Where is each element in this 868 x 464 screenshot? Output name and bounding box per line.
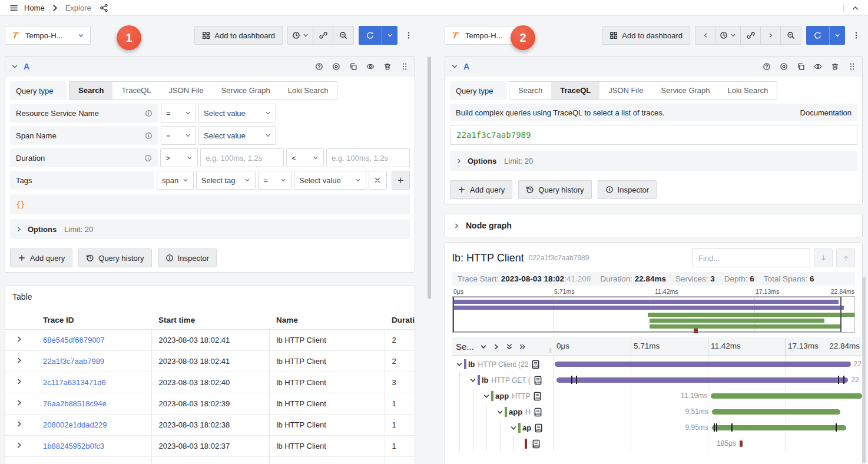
time-shift-back-button[interactable] — [695, 26, 715, 44]
tab-search[interactable]: Search — [509, 82, 551, 100]
duration-input[interactable] — [200, 148, 284, 167]
tab-service-graph[interactable]: Service Graph — [213, 82, 279, 100]
find-next-button[interactable] — [814, 248, 833, 267]
disable-query-icon[interactable] — [332, 62, 340, 71]
select-select-tag[interactable]: Select tag — [196, 171, 256, 190]
zoom-out-button[interactable] — [781, 26, 801, 44]
select-<[interactable]: < — [286, 148, 324, 167]
trace-id-link[interactable]: 68e545df6679007 — [43, 336, 105, 344]
run-query-interval-button[interactable] — [382, 26, 397, 45]
span-row[interactable]: lbHTTP Client (22LOG22 — [452, 356, 862, 372]
span-name-cell[interactable]: LOG — [452, 436, 554, 452]
drag-handle-icon[interactable] — [848, 62, 856, 71]
add-query-button[interactable]: Add query — [10, 248, 72, 267]
log-icon[interactable]: LOG — [534, 407, 542, 417]
trace-id-link[interactable]: 208002e1ddad229 — [43, 420, 107, 429]
hide-response-icon[interactable] — [814, 62, 822, 71]
trace-id-link[interactable]: 2c117a6313471d6 — [43, 378, 106, 387]
span-timeline-cell[interactable]: 9.95ms — [554, 420, 862, 436]
remove-tag-button[interactable] — [369, 171, 387, 190]
span-timeline-cell[interactable]: 185μs — [554, 436, 862, 452]
expand-row-icon[interactable] — [16, 442, 23, 449]
chevron-down-icon[interactable] — [480, 343, 487, 350]
hide-response-icon[interactable] — [366, 62, 375, 71]
span-timeline-cell[interactable]: 22 — [554, 372, 862, 388]
span-expand-icon[interactable] — [510, 425, 517, 432]
share-icon[interactable] — [100, 4, 108, 12]
time-picker-button[interactable] — [288, 26, 313, 44]
run-query-button[interactable] — [806, 26, 830, 45]
options-row[interactable]: Options Limit: 20 — [10, 219, 410, 239]
span-duration-bar[interactable] — [555, 362, 851, 367]
span-row[interactable]: appHLOG9.51ms — [452, 404, 862, 420]
span-expand-icon[interactable] — [469, 377, 476, 384]
run-query-button[interactable] — [359, 26, 382, 45]
minimap-left-handle[interactable] — [453, 297, 454, 332]
span-row[interactable]: apLOG9.95ms — [452, 420, 862, 436]
span-name-cell[interactable]: appHTTPLOG — [452, 388, 554, 404]
log-icon[interactable]: LOG — [533, 392, 542, 401]
span-expand-icon[interactable] — [483, 393, 490, 400]
select-select-value[interactable]: Select value — [198, 126, 276, 145]
tab-loki-search[interactable]: Loki Search — [719, 82, 777, 100]
tab-traceql[interactable]: TraceQL — [551, 82, 599, 100]
documentation-link[interactable]: Documentation — [800, 108, 852, 117]
traceql-query-input[interactable]: 22a1f3c7aab7989 — [450, 125, 857, 145]
query-row-header[interactable]: A — [5, 57, 415, 77]
find-prev-button[interactable] — [836, 248, 855, 267]
inspector-button[interactable]: Inspector — [158, 248, 217, 267]
query-history-button[interactable]: Query history — [78, 248, 151, 267]
tab-traceql[interactable]: TraceQL — [112, 82, 160, 100]
tab-service-graph[interactable]: Service Graph — [652, 82, 718, 100]
trace-id-link[interactable]: 22a1f3c7aab7989 — [43, 357, 104, 366]
drag-handle-icon[interactable] — [400, 62, 409, 71]
select-select-value[interactable]: Select value — [294, 171, 366, 190]
tab-search[interactable]: Search — [69, 82, 112, 100]
query-row-header[interactable]: A — [445, 57, 862, 77]
select-select-value[interactable]: Select value — [198, 104, 276, 122]
expand-all-icon[interactable] — [506, 343, 513, 350]
duplicate-query-icon[interactable] — [349, 62, 357, 71]
expand-row-icon[interactable] — [16, 378, 23, 385]
select-=[interactable]: = — [258, 171, 291, 190]
query-history-button[interactable]: Query history — [518, 180, 591, 199]
more-options-button[interactable] — [850, 26, 863, 45]
remove-query-icon[interactable] — [831, 62, 839, 71]
chevron-up-icon[interactable] — [851, 4, 860, 12]
span-timeline-cell[interactable]: 9.51ms — [554, 404, 862, 420]
time-picker-button[interactable] — [715, 26, 741, 44]
help-icon[interactable] — [315, 62, 323, 71]
select-=[interactable]: = — [161, 104, 196, 122]
span-duration-bar[interactable] — [712, 409, 840, 415]
breadcrumb-home[interactable]: Home — [24, 4, 45, 12]
minimap-selection[interactable] — [453, 297, 842, 332]
span-duration-bar[interactable] — [711, 393, 862, 399]
span-duration-bar[interactable] — [740, 440, 743, 447]
duplicate-query-icon[interactable] — [797, 62, 805, 71]
log-icon[interactable]: LOG — [534, 423, 543, 433]
remove-query-icon[interactable] — [383, 62, 392, 71]
expand-row-icon[interactable] — [16, 399, 23, 406]
span-row[interactable]: lbHTTP GET (LOG22 — [452, 372, 862, 388]
help-icon[interactable] — [763, 62, 771, 71]
tab-json-file[interactable]: JSON File — [160, 82, 212, 100]
span-name-cell[interactable]: lbHTTP GET (LOG — [452, 372, 554, 388]
span-timeline-cell[interactable]: 11.19ms — [554, 388, 862, 404]
collapse-one-icon[interactable] — [493, 343, 500, 350]
span-timeline-cell[interactable]: 22 — [554, 356, 862, 372]
span-duration-bar[interactable] — [556, 377, 849, 383]
zoom-out-button[interactable] — [333, 26, 353, 44]
minimap-canvas[interactable] — [452, 296, 855, 333]
select-=[interactable]: = — [161, 126, 196, 145]
span-name-cell[interactable]: apLOG — [452, 420, 554, 436]
expand-row-icon[interactable] — [16, 420, 23, 427]
select->[interactable]: > — [160, 148, 198, 167]
left-pane-scrollbar[interactable] — [428, 57, 431, 299]
right-pane-scrollbar[interactable] — [863, 277, 866, 463]
datasource-picker[interactable]: Tempo-H... — [5, 26, 91, 45]
add-query-button[interactable]: Add query — [450, 180, 512, 199]
node-graph-section[interactable]: Node graph — [445, 214, 863, 237]
add-to-dashboard-button[interactable]: Add to dashboard — [194, 26, 283, 45]
column-resize-handle[interactable]: ‖ — [549, 347, 552, 354]
breadcrumb-explore[interactable]: Explore — [65, 4, 91, 12]
